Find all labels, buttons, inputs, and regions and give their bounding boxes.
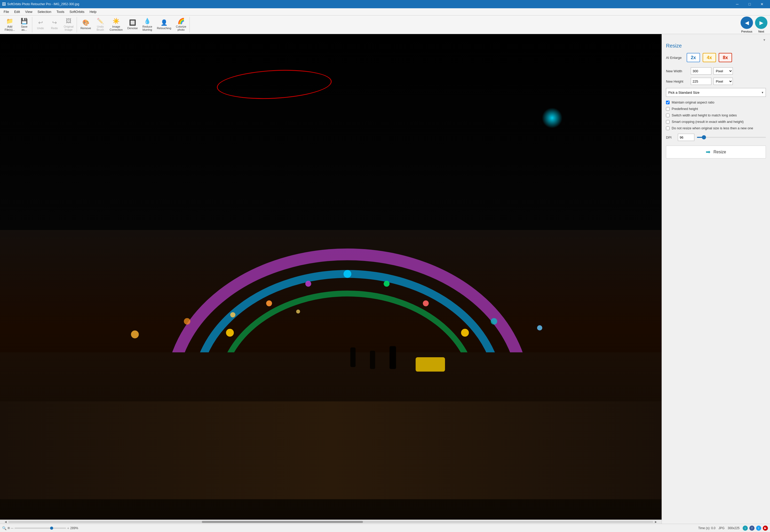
window-title: SoftOrbits Photo Retoucher Pro - IMG_295… — [7, 2, 79, 6]
dpi-row: DPI — [666, 134, 766, 141]
undo-brush-icon: ✏️ — [97, 18, 104, 24]
enlarge-2x-button[interactable]: 2x — [687, 53, 700, 62]
new-height-input[interactable] — [691, 78, 711, 85]
add-files-button[interactable]: 📁 AddFile(s)... — [3, 18, 17, 32]
no-resize-smaller-checkbox[interactable] — [666, 126, 670, 130]
ai-enlarge-label: AI Enlarge — [666, 56, 684, 60]
dpi-slider-thumb[interactable] — [702, 135, 706, 139]
zoom-thumb[interactable] — [50, 527, 53, 530]
maintain-ratio-label[interactable]: Maintain original aspect ratio — [672, 100, 714, 104]
zoom-out-button[interactable]: 🔍 — [2, 526, 6, 530]
new-height-label: New Height — [666, 80, 689, 83]
switch-dimensions-checkbox[interactable] — [666, 114, 670, 117]
checkbox-switch-dimensions: Switch width and height to match long si… — [666, 113, 766, 117]
retouching-icon: 👤 — [161, 20, 168, 26]
colorize-photo-icon: 🌈 — [178, 18, 185, 24]
dimensions-badge: 300x225 — [728, 526, 740, 530]
previous-button[interactable]: ◀ — [741, 17, 753, 29]
photo-moon-glow — [542, 108, 562, 128]
remove-label: Remove — [81, 27, 91, 30]
smart-cropping-label[interactable]: Smart cropping (result in exact width an… — [672, 120, 744, 124]
toolbar-group-files: 📁 AddFile(s)... 💾 Saveas... — [2, 17, 32, 33]
denoise-button[interactable]: 🔲 Denoise — [125, 18, 140, 32]
minimize-button[interactable]: ─ — [731, 0, 743, 8]
toolbar-group-nav: ◀ Previous ▶ Next — [740, 17, 768, 33]
colorize-photo-button[interactable]: 🌈 Colorizephoto — [174, 18, 188, 32]
maximize-button[interactable]: □ — [744, 0, 756, 8]
menu-help[interactable]: Help — [87, 9, 99, 15]
page-controls[interactable]: ⊞ — [7, 526, 10, 530]
menu-softorbits[interactable]: SoftOrbits — [67, 9, 87, 15]
save-as-button[interactable]: 💾 Saveas... — [18, 18, 31, 32]
scroll-track[interactable] — [8, 521, 653, 523]
svg-rect-18 — [390, 346, 396, 369]
standard-size-select[interactable]: Pick a Standard Size — [666, 88, 766, 97]
new-width-label: New Width — [666, 69, 689, 73]
youtube-icon[interactable]: ▶ — [763, 526, 768, 531]
enlarge-4x-button[interactable]: 4x — [703, 53, 716, 62]
smart-cropping-checkbox[interactable] — [666, 120, 670, 124]
predefined-height-label[interactable]: Predefined height — [672, 107, 698, 111]
close-button[interactable]: ✕ — [756, 0, 768, 8]
original-image-button[interactable]: 🖼 OriginalImage — [62, 18, 76, 32]
no-resize-smaller-label[interactable]: Do not resize when original size is less… — [672, 126, 753, 130]
height-unit-select[interactable]: Pixel Percent Inch cm — [713, 78, 733, 85]
photo-street — [0, 401, 662, 499]
photo-background — [0, 34, 662, 524]
zoom-slider[interactable] — [14, 528, 66, 529]
panel-collapse-button[interactable]: ▼ — [763, 38, 766, 42]
reduce-blurring-button[interactable]: 💧 Reduceblurring — [140, 18, 154, 32]
resize-execute-button[interactable]: ➡ Resize — [666, 146, 766, 158]
status-icons: i f t ▶ — [743, 526, 768, 531]
next-button[interactable]: ▶ — [755, 17, 767, 29]
new-width-input[interactable] — [691, 67, 711, 75]
statusbar-zoom-controls: 🔍 ⊞ ─ + 289% — [2, 526, 78, 530]
enlarge-8x-button[interactable]: 8x — [719, 53, 732, 62]
menu-view[interactable]: View — [22, 9, 35, 15]
retouching-button[interactable]: 👤 Retouching — [155, 18, 173, 32]
checkbox-predefined-height: Predefined height — [666, 107, 766, 111]
height-unit-selector: Pixel Percent Inch cm — [713, 78, 733, 85]
main-content: ◀ ▶ ▼ Resize AI Enlarge 2x 4x 8x New Wid… — [0, 34, 770, 524]
dpi-input[interactable] — [678, 134, 694, 141]
redo-icon: ↪ — [52, 20, 57, 26]
predefined-height-checkbox[interactable] — [666, 107, 670, 111]
statusbar-left: 🔍 ⊞ ─ + 289% — [2, 526, 78, 530]
scroll-left-arrow[interactable]: ◀ — [4, 520, 7, 523]
remove-button[interactable]: 🎨 Remove — [78, 18, 93, 32]
dpi-label: DPI — [666, 136, 675, 139]
svg-point-13 — [296, 309, 300, 313]
menu-edit[interactable]: Edit — [12, 9, 22, 15]
time-label: Time (s): 0.0 — [698, 526, 716, 530]
right-panel: ▼ Resize AI Enlarge 2x 4x 8x New Width P… — [662, 34, 770, 524]
save-as-icon: 💾 — [21, 18, 28, 24]
switch-dimensions-label[interactable]: Switch width and height to match long si… — [672, 113, 737, 117]
dpi-slider[interactable] — [697, 137, 766, 138]
add-files-label: AddFile(s)... — [5, 25, 15, 31]
toolbar: 📁 AddFile(s)... 💾 Saveas... ↩ Undo ↪ Red… — [0, 15, 770, 34]
undo-label: Undo — [37, 27, 44, 30]
scroll-thumb[interactable] — [202, 521, 363, 523]
standard-size-wrapper: Pick a Standard Size ▼ — [666, 88, 766, 97]
statusbar-right: Time (s): 0.0 JPG 300x225 i f t ▶ — [698, 526, 768, 531]
scroll-right-arrow[interactable]: ▶ — [654, 520, 657, 523]
twitter-icon[interactable]: t — [756, 526, 761, 531]
horizontal-scrollbar[interactable]: ◀ ▶ — [0, 520, 662, 524]
remove-icon: 🎨 — [82, 20, 89, 26]
menu-file[interactable]: File — [1, 9, 12, 15]
new-height-row: New Height Pixel Percent Inch cm — [666, 78, 766, 85]
width-unit-select[interactable]: Pixel Percent Inch cm — [713, 67, 733, 75]
next-label: Next — [758, 30, 764, 33]
undo-brush-button[interactable]: ✏️ UndoBrush — [94, 18, 107, 32]
panel-collapse: ▼ — [666, 38, 766, 42]
menu-selection[interactable]: Selection — [35, 9, 54, 15]
maintain-ratio-checkbox[interactable] — [666, 101, 670, 104]
colorize-photo-label: Colorizephoto — [176, 25, 186, 31]
facebook-icon[interactable]: f — [749, 526, 755, 531]
info-icon[interactable]: i — [743, 526, 748, 531]
undo-button[interactable]: ↩ Undo — [34, 18, 47, 32]
redo-button[interactable]: ↪ Redo — [48, 18, 61, 32]
undo-icon: ↩ — [38, 20, 43, 26]
menu-tools[interactable]: Tools — [54, 9, 67, 15]
image-correction-button[interactable]: ☀️ ImageCorrection — [108, 18, 125, 32]
